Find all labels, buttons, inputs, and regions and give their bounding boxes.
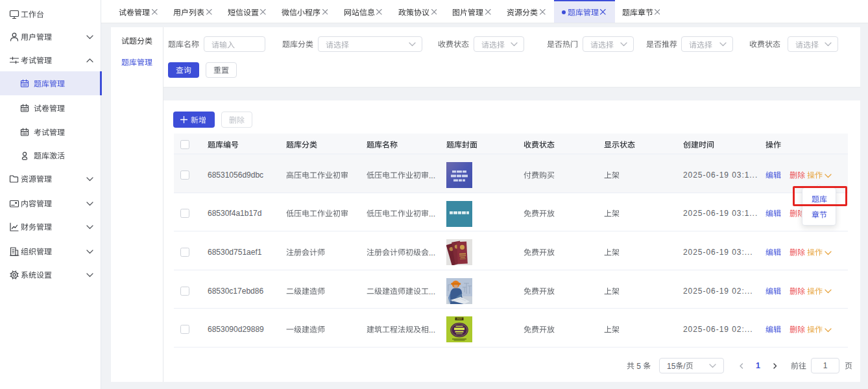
svg-text:...: ...	[429, 287, 435, 296]
svg-text:15: 15	[667, 362, 676, 371]
svg-text:5: 5	[634, 362, 643, 371]
svg-text:2022: 2022	[457, 318, 462, 321]
svg-text:...: ...	[429, 248, 435, 257]
svg-text:...: ...	[429, 209, 435, 218]
svg-text:...: ...	[429, 325, 435, 335]
svg-text:/: /	[683, 362, 686, 371]
svg-text:...: ...	[429, 171, 435, 180]
